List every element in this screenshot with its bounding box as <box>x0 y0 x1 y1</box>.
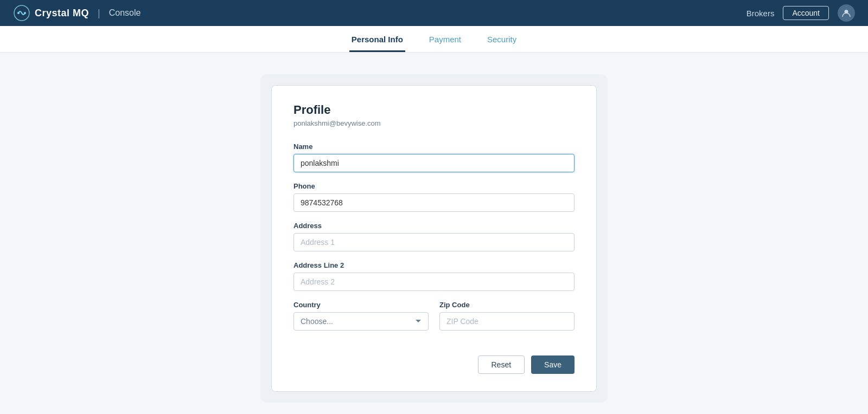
header-right: Brokers Account <box>746 4 855 22</box>
avatar[interactable] <box>838 4 855 22</box>
country-label: Country <box>293 301 429 309</box>
brokers-link[interactable]: Brokers <box>746 9 775 18</box>
zipcode-label: Zip Code <box>439 301 575 309</box>
outer-card: Profile ponlakshmi@bevywise.com Name Pho… <box>260 74 608 403</box>
btn-row: Reset Save <box>293 355 575 374</box>
zipcode-input[interactable] <box>439 312 575 331</box>
svg-point-2 <box>24 12 26 14</box>
console-label: Console <box>109 8 141 18</box>
phone-group: Phone <box>293 182 575 212</box>
name-input[interactable] <box>293 154 575 172</box>
header: Crystal MQ | Console Brokers Account <box>0 0 868 26</box>
tab-payment[interactable]: Payment <box>427 26 463 52</box>
address-input[interactable] <box>293 233 575 251</box>
logo-area: Crystal MQ <box>13 4 89 22</box>
country-zip-row: Country Choose... Zip Code <box>293 301 575 340</box>
logo-text: Crystal MQ <box>35 8 89 19</box>
zipcode-group: Zip Code <box>439 301 575 331</box>
tab-security[interactable]: Security <box>485 26 519 52</box>
address2-label: Address Line 2 <box>293 261 575 269</box>
profile-email: ponlakshmi@bevywise.com <box>293 119 575 127</box>
svg-point-1 <box>17 12 20 14</box>
country-group: Country Choose... <box>293 301 429 331</box>
address2-group: Address Line 2 <box>293 261 575 291</box>
name-group: Name <box>293 143 575 172</box>
address-group: Address <box>293 222 575 251</box>
tabs-bar: Personal Info Payment Security <box>0 26 868 53</box>
save-button[interactable]: Save <box>531 355 575 374</box>
phone-input[interactable] <box>293 193 575 212</box>
phone-label: Phone <box>293 182 575 190</box>
country-select[interactable]: Choose... <box>293 312 429 331</box>
user-icon <box>841 8 851 18</box>
account-button[interactable]: Account <box>783 6 829 20</box>
address-label: Address <box>293 222 575 230</box>
logo-icon <box>13 4 30 22</box>
address2-input[interactable] <box>293 273 575 291</box>
reset-button[interactable]: Reset <box>478 355 525 374</box>
header-divider: | <box>98 8 100 19</box>
inner-card: Profile ponlakshmi@bevywise.com Name Pho… <box>271 85 597 392</box>
name-label: Name <box>293 143 575 151</box>
profile-title: Profile <box>293 103 575 117</box>
header-left: Crystal MQ | Console <box>13 4 141 22</box>
main-content: Profile ponlakshmi@bevywise.com Name Pho… <box>0 53 868 414</box>
tab-personal-info[interactable]: Personal Info <box>349 26 405 52</box>
